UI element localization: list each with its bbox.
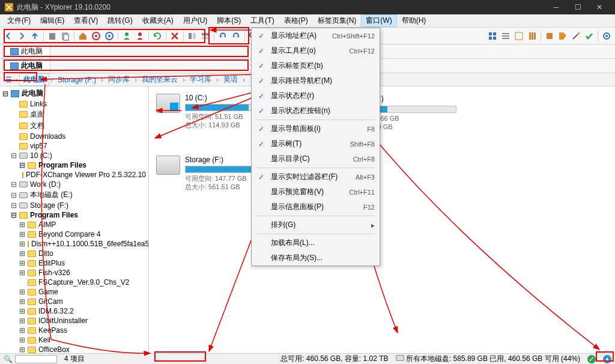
tree-item[interactable]: ⊞GitCam bbox=[0, 297, 148, 306]
menu-11[interactable]: 帮助(H) bbox=[397, 14, 431, 27]
tree-item[interactable]: Downloads bbox=[0, 132, 148, 141]
view-column-button[interactable] bbox=[526, 30, 538, 42]
menu-7[interactable]: 工具(T) bbox=[246, 14, 279, 27]
breadcrumb-item[interactable]: 同步库 bbox=[105, 74, 133, 85]
pane-toggle-icon[interactable] bbox=[186, 30, 198, 42]
menu-item[interactable]: 排列(G) ▸ bbox=[252, 217, 380, 232]
svg-rect-1 bbox=[49, 33, 55, 40]
breadcrumb-item[interactable]: 英语 bbox=[220, 74, 241, 85]
copy-button[interactable] bbox=[59, 30, 71, 42]
maximize-button[interactable]: ☐ bbox=[567, 0, 589, 14]
menu-item[interactable]: ✓ 显示工具栏(o) Ctrl+F12 bbox=[252, 43, 380, 58]
folder-tree[interactable]: ⊟此电脑Links桌面文档Downloadsvip57⊟10 (C:)⊟Prog… bbox=[0, 86, 149, 353]
tree-item[interactable]: ⊟Storage (F:) bbox=[0, 201, 148, 210]
breadcrumb-item[interactable]: 此电脑 bbox=[19, 73, 49, 86]
tree-item[interactable]: ⊞Ditto bbox=[0, 249, 148, 258]
menu-1[interactable]: 编辑(E) bbox=[35, 14, 69, 27]
undo-button[interactable] bbox=[217, 30, 229, 42]
wand-icon[interactable] bbox=[570, 30, 582, 42]
menu-8[interactable]: 表格(P) bbox=[279, 14, 313, 27]
tree-item[interactable]: ⊞IObitUninstaller bbox=[0, 316, 148, 326]
menu-10[interactable]: 窗口(W) bbox=[361, 14, 396, 27]
menu-2[interactable]: 查看(V) bbox=[69, 14, 103, 27]
breadcrumb-item[interactable]: 我的坚果云 bbox=[138, 74, 181, 85]
tree-item[interactable]: ⊞Keil bbox=[0, 335, 148, 345]
paste-button[interactable] bbox=[46, 30, 58, 42]
delete-button[interactable] bbox=[169, 30, 181, 42]
tree-item[interactable]: ⊞AIMP bbox=[0, 220, 148, 229]
tree-item[interactable]: ⊞IDM.6.32.2 bbox=[0, 306, 148, 316]
target2-icon[interactable] bbox=[103, 30, 115, 42]
content-pane[interactable]: 10 (C:) 可用空间: 51.51 GB 总大小: 114.93 GB 本地… bbox=[149, 86, 615, 353]
menu-item[interactable]: ✓ 显示状态栏按钮(n) bbox=[252, 103, 380, 118]
status-up-icon[interactable]: ▲ bbox=[603, 355, 611, 363]
tree-item[interactable]: ⊟本地磁盘 (E:) bbox=[0, 189, 148, 201]
menu-4[interactable]: 收藏夹(A) bbox=[138, 14, 178, 27]
menu-item[interactable]: ✓ 显示导航面板(i) F8 bbox=[252, 121, 380, 136]
tree-item[interactable]: ⊞KeePass bbox=[0, 326, 148, 335]
menu-3[interactable]: 跳转(G) bbox=[103, 14, 137, 27]
tree-item[interactable]: ⊞Game bbox=[0, 287, 148, 297]
tab-this-pc-1[interactable]: 此电脑 bbox=[2, 44, 50, 58]
view-details-button[interactable] bbox=[513, 30, 525, 42]
tag-icon[interactable] bbox=[557, 30, 569, 42]
menu-item[interactable]: ✓ 显示地址栏(A) Ctrl+Shift+F12 bbox=[252, 28, 380, 43]
menu-0[interactable]: 文件(F) bbox=[2, 14, 35, 27]
tree-item[interactable]: ⊟此电脑 bbox=[0, 88, 148, 99]
tree-item[interactable]: ⊟Program Files bbox=[0, 160, 148, 170]
tree-item[interactable]: vip57 bbox=[0, 141, 148, 151]
view-list-button[interactable] bbox=[500, 30, 512, 42]
tree-item[interactable]: ⊞Fish-v326 bbox=[0, 268, 148, 278]
tree-item[interactable]: ⊞EditPlus bbox=[0, 258, 148, 268]
tree-item[interactable]: PDF-XChange Viewer Pro 2.5.322.10 bbox=[0, 170, 148, 180]
tree-item[interactable]: ⊞Dism++10.1.1000.51B_6feef5fa1ea53930ecd… bbox=[0, 239, 148, 249]
tree-item[interactable]: ⊞OfficeBox bbox=[0, 345, 148, 353]
minimize-button[interactable]: ─ bbox=[545, 0, 567, 14]
folder-icon bbox=[19, 123, 28, 129]
tree-item[interactable]: ⊞Beyond Compare 4 bbox=[0, 229, 148, 239]
user2-icon[interactable] bbox=[134, 30, 146, 42]
menu-item[interactable]: ✓ 显示树(T) Shift+F8 bbox=[252, 136, 380, 151]
home-button[interactable] bbox=[77, 30, 89, 42]
tree-item[interactable]: ⊟Program Files bbox=[0, 210, 148, 220]
tree-item[interactable]: 桌面 bbox=[0, 109, 148, 120]
menu-5[interactable]: 用户(U) bbox=[178, 14, 213, 27]
forward-button[interactable] bbox=[16, 30, 28, 42]
tree-item[interactable]: ⊟10 (C:) bbox=[0, 151, 148, 160]
folder-icon bbox=[28, 279, 36, 286]
gear-button[interactable] bbox=[601, 30, 613, 42]
back-button[interactable] bbox=[2, 30, 14, 42]
tree-item[interactable]: 文档 bbox=[0, 120, 148, 132]
user-icon[interactable] bbox=[121, 30, 133, 42]
tree-item[interactable]: ⊟Work (D:) bbox=[0, 180, 148, 189]
breadcrumb-item[interactable]: 学习库 bbox=[186, 74, 215, 85]
view-icons-button[interactable] bbox=[486, 30, 498, 42]
refresh-button[interactable] bbox=[151, 30, 163, 42]
menu-item[interactable]: ✓ 显示状态栏(r) bbox=[252, 88, 380, 103]
status-ok-icon[interactable]: ✓ bbox=[587, 355, 596, 363]
up-button[interactable] bbox=[29, 30, 41, 42]
status-search-input[interactable] bbox=[15, 355, 57, 363]
menu-item[interactable]: 保存布局为(S)... bbox=[252, 250, 380, 265]
check-icon[interactable] bbox=[583, 30, 595, 42]
menu-item[interactable]: 显示信息面板(P) F12 bbox=[252, 199, 380, 214]
target-icon[interactable] bbox=[90, 30, 102, 42]
tree-item[interactable]: FSCapture_Ver.9.0_Chs_V2 bbox=[0, 278, 148, 287]
status-search[interactable]: 🔍 bbox=[4, 355, 57, 363]
pane-horizontal-icon[interactable] bbox=[199, 30, 211, 42]
menu-item[interactable]: 显示目录(C) Ctrl+F8 bbox=[252, 151, 380, 166]
breadcrumb-menu-icon[interactable]: ☰ bbox=[2, 74, 14, 86]
menu-9[interactable]: 标签页集(N) bbox=[313, 14, 362, 27]
tab-this-pc-2[interactable]: 此电脑 bbox=[2, 58, 50, 73]
close-button[interactable]: ✕ bbox=[589, 0, 610, 14]
tree-item[interactable]: Links bbox=[0, 99, 148, 109]
menu-item[interactable]: 显示预览窗格(V) Ctrl+F11 bbox=[252, 184, 380, 199]
menu-6[interactable]: 脚本(S) bbox=[212, 14, 246, 27]
menu-item[interactable]: ✓ 显示路径导航栏(M) bbox=[252, 73, 380, 88]
menu-item[interactable]: ✓ 显示标签页栏(b) bbox=[252, 58, 380, 73]
menu-item[interactable]: ✓ 显示实时过滤器栏(F) Alt+F3 bbox=[252, 169, 380, 184]
redo-button[interactable] bbox=[230, 30, 242, 42]
tool-icon[interactable] bbox=[544, 30, 556, 42]
breadcrumb-item[interactable]: Storage (F:) bbox=[54, 75, 100, 85]
menu-item[interactable]: 加载布局(L)... bbox=[252, 235, 380, 250]
